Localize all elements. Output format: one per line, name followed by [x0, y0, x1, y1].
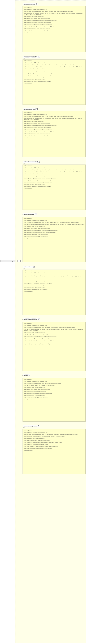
branch-connector	[22, 426, 23, 426]
branch-connector	[22, 375, 23, 376]
cardinality-label: 0..1	[23, 320, 25, 322]
detail-panel-mathematic-operator-code: <ccts:Component><ccts:ComponentType>BBIE…	[22, 322, 86, 371]
element-label: cac:ForeignExchangeContract	[24, 426, 37, 426]
branch-connector	[22, 214, 23, 214]
branch-connector	[22, 267, 23, 267]
element-box-source-currency-base-rate[interactable]: cbc:SourceCurrencyBaseRate+	[23, 56, 40, 58]
element-label: cbc:MathematicOperatorCode	[24, 319, 37, 320]
detail-text: <ccts:Component><ccts:ComponentType>BBIE…	[23, 378, 86, 403]
detail-panel-target-currency-base-rate: <ccts:Component><ccts:ComponentType>BBIE…	[22, 164, 86, 210]
root-element-box[interactable]: PaymentAlternativeExchangeRate	[0, 260, 15, 262]
element-box-source-currency-code[interactable]: cbc:SourceCurrencyCode+	[23, 3, 38, 5]
expand-icon[interactable]: +	[33, 266, 35, 268]
expand-icon[interactable]: +	[28, 374, 29, 376]
expand-icon[interactable]: +	[36, 4, 37, 5]
detail-text: <ccts:Component><ccts:ComponentType>BBIE…	[23, 60, 86, 86]
diagram-canvas: ExchangeRateType PaymentAlternativeExcha…	[0, 0, 87, 644]
cardinality-label: 0..1	[23, 216, 25, 216]
element-label: cbc:SourceCurrencyBaseRate	[24, 56, 37, 57]
detail-text: <ccts:Component><ccts:ComponentType>BBIE…	[23, 322, 86, 350]
expand-icon[interactable]: +	[38, 56, 39, 58]
element-box-target-currency-base-rate[interactable]: cbc:TargetCurrencyBaseRate+	[23, 161, 40, 163]
expand-icon[interactable]: +	[36, 108, 37, 110]
element-label: cbc:ExchangeMarketID	[24, 214, 34, 215]
detail-text: <ccts:Component><ccts:ComponentType>BBIE…	[23, 165, 86, 191]
detail-panel-target-currency-code: <ccts:Component><ccts:ComponentType>BBIE…	[22, 111, 86, 157]
cardinality-label: 0..1	[23, 163, 25, 164]
element-box-exchange-market-id[interactable]: cbc:ExchangeMarketID+	[23, 213, 37, 215]
root-label: PaymentAlternativeExchangeRate	[1, 260, 15, 262]
expand-icon[interactable]: +	[35, 214, 36, 215]
element-box-date[interactable]: cbc:Date+	[23, 374, 30, 376]
branch-connector	[22, 162, 23, 162]
cardinality-label: 0..1	[23, 376, 25, 378]
detail-panel-calculation-rate: <ccts:Component><ccts:ComponentType>BBIE…	[22, 270, 86, 315]
element-box-target-currency-code[interactable]: cbc:TargetCurrencyCode+	[23, 108, 38, 110]
detail-panel-foreign-exchange-contract: <ccts:Component><ccts:ComponentType>ASBI…	[22, 429, 86, 474]
branch-connector	[22, 109, 23, 110]
element-label: cbc:TargetCurrencyCode	[24, 109, 35, 110]
expand-icon[interactable]: +	[37, 161, 39, 162]
expand-icon[interactable]: +	[38, 426, 39, 427]
detail-panel-source-currency-code: <ccts:Component><ccts:ComponentType>BBIE…	[22, 6, 86, 52]
detail-panel-date: <ccts:Component><ccts:ComponentType>BBIE…	[22, 378, 86, 422]
expand-icon[interactable]: +	[38, 318, 39, 320]
element-box-foreign-exchange-contract[interactable]: cac:ForeignExchangeContract+	[23, 425, 40, 427]
element-label: cbc:SourceCurrencyCode	[24, 4, 35, 5]
element-label: cbc:TargetCurrencyBaseRate	[24, 161, 37, 162]
detail-panel-source-currency-base-rate: <ccts:Component><ccts:ComponentType>BBIE…	[22, 60, 86, 105]
detail-text: <ccts:Component><ccts:ComponentType>ASBI…	[23, 429, 86, 454]
detail-panel-exchange-market-id: <ccts:Component><ccts:ComponentType>BBIE…	[22, 217, 86, 262]
sequence-glyph: ·─·─·	[18, 260, 20, 262]
element-box-calculation-rate[interactable]: cbc:CalculationRate+	[23, 266, 35, 268]
detail-text: <ccts:Component><ccts:ComponentType>BBIE…	[23, 111, 86, 141]
root-connector	[15, 261, 17, 261]
branch-connector	[22, 319, 23, 320]
detail-text: <ccts:Component><ccts:ComponentType>BBIE…	[23, 270, 86, 294]
detail-text: <ccts:Component><ccts:ComponentType>BBIE…	[23, 6, 86, 36]
cardinality-label: 0..1	[23, 268, 25, 269]
element-label: cbc:CalculationRate	[24, 266, 33, 267]
element-box-mathematic-operator-code[interactable]: cbc:MathematicOperatorCode+	[23, 318, 40, 320]
trunk-vertical	[22, 4, 22, 426]
detail-text: <ccts:Component><ccts:ComponentType>BBIE…	[23, 217, 86, 242]
cardinality-label: 0..1	[23, 427, 25, 428]
element-label: cbc:Date	[24, 375, 28, 376]
sequence-box[interactable]: ·─·─·	[17, 260, 21, 262]
cardinality-label: 0..1	[23, 58, 25, 59]
